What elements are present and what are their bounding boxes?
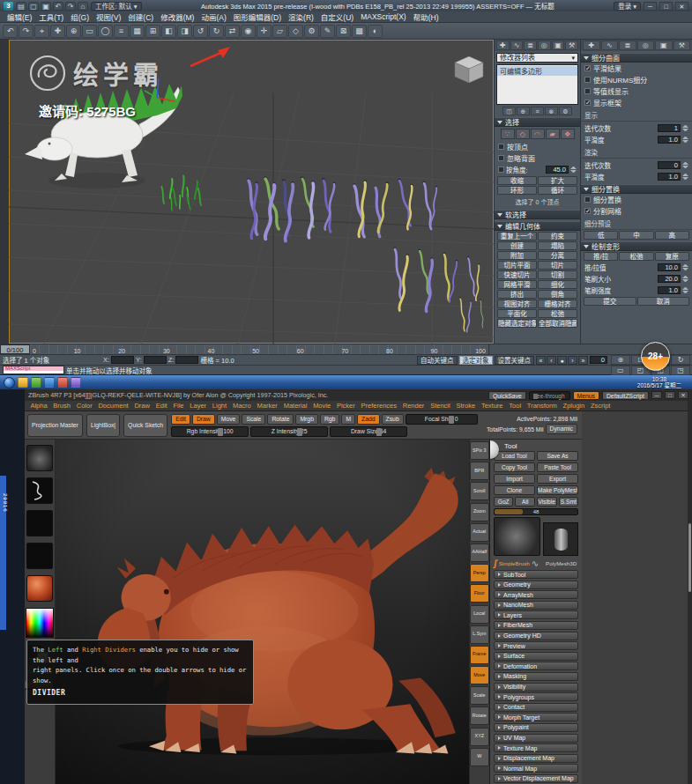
shelf-slider[interactable]: Rgb Intensity 100 — [171, 426, 249, 437]
edit-geometry-button[interactable]: 创建 — [497, 241, 537, 250]
value-field[interactable]: 1.0 — [658, 286, 681, 294]
viewport-nav-button[interactable]: ⊕ — [611, 355, 630, 365]
rollout-edit-geometry[interactable]: 编辑几何体 — [495, 221, 580, 231]
right-shelf-button[interactable]: Persp — [470, 564, 489, 582]
grow-button[interactable]: 扩大 — [538, 176, 577, 185]
shelf-slider[interactable]: Z Intensity 25 — [250, 426, 328, 437]
toolbar-icon[interactable]: ✎ — [320, 25, 335, 38]
commit-button[interactable]: 提交 — [584, 297, 636, 306]
zbrush-menu-item[interactable]: Zscript — [588, 402, 614, 410]
sculpt-mode-button[interactable]: Zsub — [382, 414, 404, 425]
quick-access-icon[interactable]: ⌂ — [78, 2, 88, 11]
signin-menu[interactable]: 登录 ▾ — [614, 2, 641, 11]
spinner[interactable] — [682, 263, 688, 271]
transport-button[interactable]: » — [578, 356, 588, 365]
tool-subpalette-header[interactable]: Geometry HD — [494, 632, 578, 640]
3dsmax-app-icon[interactable]: 3 — [4, 2, 13, 11]
edit-geometry-button[interactable]: 约束 — [538, 232, 577, 240]
edit-geometry-button[interactable]: 重复上一个 — [497, 232, 537, 240]
maximize-button[interactable]: □ — [659, 2, 673, 11]
toolbar-icon[interactable]: ⇄ — [225, 25, 240, 38]
rollout-paint-deformation[interactable]: 绘制变形 — [581, 241, 692, 251]
zbrush-canvas[interactable] — [56, 440, 469, 784]
checkbox[interactable] — [584, 208, 591, 214]
right-shelf-button[interactable]: L.Sym — [470, 625, 489, 644]
tool-subpalette-header[interactable]: Preview — [494, 641, 578, 650]
right-shelf-button[interactable]: Scale — [470, 686, 489, 705]
panel-tab[interactable]: ∿ — [601, 41, 619, 50]
toolbar-icon[interactable]: ◧ — [161, 25, 176, 38]
zbrush-menu-item[interactable]: Light — [209, 402, 229, 410]
zbrush-menu-item[interactable]: Stencil — [428, 402, 453, 410]
preset-button[interactable]: 低 — [584, 231, 618, 240]
zbrush-menu-item[interactable]: Transform — [524, 402, 560, 410]
subobject-icon[interactable]: ▰ — [546, 129, 560, 139]
modifier-list-dropdown[interactable]: 修改器列表▾ — [496, 53, 578, 63]
tool-palette-button[interactable]: Save As — [537, 451, 578, 461]
toolbar-icon[interactable]: ▱ — [272, 25, 287, 38]
lizard-model[interactable] — [25, 84, 182, 189]
edit-geometry-button[interactable]: 隐藏选定对象 — [497, 319, 537, 328]
mode-button[interactable]: Move — [217, 414, 241, 425]
preset-button[interactable]: 中 — [619, 231, 653, 240]
edit-geometry-button[interactable]: 挤出 — [497, 290, 537, 299]
menu-item[interactable]: 图形编辑器(D) — [230, 11, 285, 22]
maximize-button[interactable]: □ — [665, 391, 675, 399]
stack-tool-icon[interactable]: ◫ — [502, 107, 516, 115]
zbrush-menu-item[interactable]: Stroke — [453, 402, 478, 410]
transport-button[interactable]: ● — [557, 356, 567, 365]
spinner[interactable] — [682, 275, 688, 283]
tool-subpalette-header[interactable]: Normal Map — [494, 764, 578, 773]
toolbar-icon[interactable]: ⌖ — [34, 25, 49, 38]
toolbar-icon[interactable]: ◯ — [98, 25, 113, 38]
toolbar-icon[interactable]: ▭ — [82, 25, 97, 38]
check-row[interactable]: 平滑结果 — [581, 63, 692, 74]
ring-button[interactable]: 环形 — [497, 186, 537, 195]
brush-thumbnail[interactable] — [26, 445, 53, 471]
checkbox[interactable] — [498, 155, 504, 161]
toolbar-icon[interactable]: ↷ — [19, 25, 33, 38]
command-panel-tab[interactable]: ∿ — [510, 41, 524, 50]
stack-tool-icon[interactable]: ⚙ — [559, 107, 572, 115]
right-shelf-button[interactable]: Actual — [470, 523, 489, 542]
right-shelf-button[interactable]: XYZ — [470, 728, 489, 746]
tool-palette-button[interactable]: Import — [494, 474, 535, 484]
timeline-ruler[interactable]: 0102030405060708090100 — [30, 344, 488, 354]
mode-button[interactable]: Draw — [192, 414, 215, 425]
edit-geometry-button[interactable]: 细化 — [538, 280, 577, 289]
shelf-slider[interactable]: Draw Size 64 — [330, 426, 407, 437]
zbrush-menu-item[interactable]: Preferences — [358, 402, 399, 410]
panel-tab[interactable]: ◎ — [637, 41, 655, 50]
spinner[interactable] — [682, 173, 688, 181]
panel-tab[interactable]: ✚ — [583, 41, 600, 50]
right-shelf-button[interactable]: Rotate — [470, 706, 489, 725]
dragon-sculpt[interactable] — [56, 440, 469, 784]
toolbar-icon[interactable]: ↶ — [3, 25, 18, 38]
checkbox[interactable] — [584, 65, 591, 71]
rollout-subdivision-displacement[interactable]: 细分置换 — [581, 184, 692, 194]
tool-palette-button[interactable]: Copy Tool — [494, 462, 535, 472]
dynamic-button[interactable]: Dynamic — [546, 424, 577, 434]
maxscript-mini-listener[interactable]: MAXScript — [3, 366, 64, 374]
zbrush-menu-item[interactable]: Edit — [153, 402, 170, 410]
menu-item[interactable]: 组(G) — [67, 11, 93, 22]
spinner[interactable] — [682, 124, 688, 132]
paint-mode-button[interactable]: M — [341, 414, 355, 425]
shrink-button[interactable]: 收缩 — [497, 176, 537, 185]
taskbar-app-icon[interactable] — [44, 377, 55, 388]
zbrush-menu-item[interactable]: Picker — [334, 402, 359, 410]
default-zscript-button[interactable]: DefaultZScript — [602, 391, 649, 400]
right-shelf-button[interactable]: W — [470, 748, 489, 766]
value-field[interactable]: 20.0 — [658, 275, 681, 283]
edit-geometry-button[interactable]: 视图对齐 — [497, 300, 537, 308]
minimize-button[interactable]: ─ — [651, 391, 662, 399]
browser-speed-badge[interactable]: 28+ — [641, 342, 670, 371]
tool-subpalette-header[interactable]: Layers — [494, 610, 578, 619]
viewport-nav-button[interactable]: ◳ — [671, 366, 690, 375]
viewport-nav-button[interactable]: ↻ — [671, 355, 690, 365]
zbrush-menu-item[interactable]: Render — [399, 402, 427, 410]
transport-button[interactable]: ‹ — [547, 356, 556, 365]
subobject-icon[interactable]: ∵ — [501, 129, 515, 139]
zbrush-menu-item[interactable]: Texture — [479, 402, 506, 410]
zbrush-menu-item[interactable]: Document — [95, 402, 131, 410]
